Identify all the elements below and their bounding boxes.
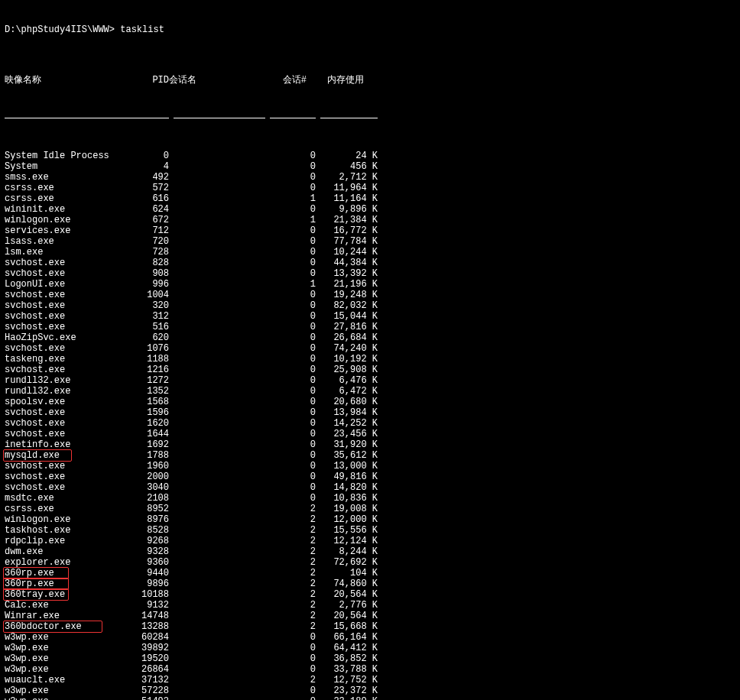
process-pid: 37132 bbox=[127, 675, 169, 685]
process-row: w3wp.exe57228023,372 K bbox=[5, 685, 735, 696]
process-mem: 20,564 K bbox=[316, 589, 378, 600]
process-name: svchost.exe bbox=[5, 300, 127, 311]
process-name: svchost.exe bbox=[5, 472, 127, 482]
process-mem: 2,712 K bbox=[316, 172, 378, 183]
process-row: winlogon.exe8976212,000 K bbox=[5, 514, 735, 525]
process-pid: 720 bbox=[127, 236, 169, 247]
process-sessnum: 0 bbox=[265, 290, 316, 300]
process-pid: 10188 bbox=[127, 589, 169, 600]
process-row: Winrar.exe14748220,564 K bbox=[5, 611, 735, 621]
header-name: 映像名称 bbox=[5, 75, 127, 86]
process-row: svchost.exe1216025,908 K bbox=[5, 365, 735, 375]
process-mem: 24 K bbox=[316, 151, 378, 161]
process-pid: 996 bbox=[127, 279, 169, 290]
process-name: w3wp.exe bbox=[5, 664, 127, 675]
process-pid: 828 bbox=[127, 258, 169, 268]
process-name: HaoZipSvc.exe bbox=[5, 332, 127, 343]
process-row: svchost.exe1076074,240 K bbox=[5, 343, 735, 354]
process-mem: 49,816 K bbox=[316, 472, 378, 482]
process-pid: 572 bbox=[127, 183, 169, 193]
process-pid: 57228 bbox=[127, 685, 169, 696]
process-pid: 4 bbox=[127, 161, 169, 172]
process-mem: 12,000 K bbox=[316, 514, 378, 525]
process-sessnum: 2 bbox=[265, 600, 316, 611]
process-name: svchost.exe bbox=[5, 429, 127, 439]
header-pid: PID bbox=[127, 75, 169, 86]
process-name: Calc.exe bbox=[5, 600, 127, 611]
process-row: svchost.exe516027,816 K bbox=[5, 322, 735, 332]
terminal-output[interactable]: D:\phpStudy4IIS\WWW> tasklist 映像名称PID 会话… bbox=[0, 0, 740, 700]
process-mem: 6,472 K bbox=[316, 386, 378, 397]
process-name: inetinfo.exe bbox=[5, 439, 127, 450]
process-mem: 15,044 K bbox=[316, 311, 378, 322]
process-pid: 9440 bbox=[127, 568, 169, 578]
process-mem: 11,164 K bbox=[316, 193, 378, 204]
command-prompt: D:\phpStudy4IIS\WWW> tasklist bbox=[5, 24, 735, 35]
process-mem: 36,852 K bbox=[316, 653, 378, 664]
process-list: System Idle Process0024 KSystem40456 Ksm… bbox=[5, 151, 735, 700]
process-sessnum: 0 bbox=[265, 632, 316, 643]
process-row: svchost.exe2000049,816 K bbox=[5, 472, 735, 482]
process-pid: 624 bbox=[127, 204, 169, 215]
process-pid: 1272 bbox=[127, 375, 169, 386]
process-name: svchost.exe bbox=[5, 290, 127, 300]
process-row: wuauclt.exe37132212,752 K bbox=[5, 675, 735, 685]
process-sessnum: 0 bbox=[265, 386, 316, 397]
process-name: rdpclip.exe bbox=[5, 536, 127, 546]
process-pid: 8952 bbox=[127, 504, 169, 514]
process-mem: 77,784 K bbox=[316, 236, 378, 247]
process-name: svchost.exe bbox=[5, 407, 127, 418]
process-sessnum: 0 bbox=[265, 482, 316, 493]
process-pid: 60284 bbox=[127, 632, 169, 643]
process-mem: 19,008 K bbox=[316, 504, 378, 514]
process-mem: 20,680 K bbox=[316, 397, 378, 407]
process-pid: 908 bbox=[127, 268, 169, 279]
process-row: csrss.exe8952219,008 K bbox=[5, 504, 735, 514]
process-sessnum: 0 bbox=[265, 151, 316, 161]
process-name: csrss.exe bbox=[5, 183, 127, 193]
process-pid: 9896 bbox=[127, 578, 169, 589]
process-mem: 14,252 K bbox=[316, 418, 378, 429]
process-row: w3wp.exe51492023,180 K bbox=[5, 696, 735, 700]
process-row: msdtc.exe2108010,836 K bbox=[5, 493, 735, 504]
process-pid: 1568 bbox=[127, 397, 169, 407]
process-row: lsass.exe720077,784 K bbox=[5, 236, 735, 247]
process-row: svchost.exe3040014,820 K bbox=[5, 482, 735, 493]
process-mem: 35,612 K bbox=[316, 450, 378, 461]
process-row: Calc.exe913222,776 K bbox=[5, 600, 735, 611]
process-pid: 312 bbox=[127, 311, 169, 322]
process-sessnum: 0 bbox=[265, 653, 316, 664]
process-sessnum: 0 bbox=[265, 472, 316, 482]
process-sessnum: 2 bbox=[265, 546, 316, 557]
process-mem: 10,836 K bbox=[316, 493, 378, 504]
process-sessnum: 0 bbox=[265, 300, 316, 311]
process-mem: 15,668 K bbox=[316, 621, 378, 632]
process-mem: 23,456 K bbox=[316, 429, 378, 439]
process-row: HaoZipSvc.exe620026,684 K bbox=[5, 332, 735, 343]
process-pid: 14748 bbox=[127, 611, 169, 621]
process-pid: 728 bbox=[127, 247, 169, 258]
process-mem: 27,816 K bbox=[316, 322, 378, 332]
process-mem: 23,180 K bbox=[316, 696, 378, 700]
process-sessnum: 0 bbox=[265, 664, 316, 675]
process-sessnum: 2 bbox=[265, 514, 316, 525]
process-sessnum: 0 bbox=[265, 461, 316, 472]
process-sessnum: 0 bbox=[265, 332, 316, 343]
process-mem: 19,248 K bbox=[316, 290, 378, 300]
process-sessnum: 0 bbox=[265, 247, 316, 258]
process-name: wuauclt.exe bbox=[5, 675, 127, 685]
process-row: winlogon.exe672121,384 K bbox=[5, 215, 735, 225]
process-name: spoolsv.exe bbox=[5, 397, 127, 407]
process-mem: 66,164 K bbox=[316, 632, 378, 643]
process-pid: 320 bbox=[127, 300, 169, 311]
process-sessnum: 2 bbox=[265, 589, 316, 600]
process-sessnum: 0 bbox=[265, 418, 316, 429]
process-pid: 1076 bbox=[127, 343, 169, 354]
process-mem: 13,984 K bbox=[316, 407, 378, 418]
process-mem: 33,788 K bbox=[316, 664, 378, 675]
process-sessnum: 0 bbox=[265, 407, 316, 418]
process-name: rundll32.exe bbox=[5, 386, 127, 397]
process-sessnum: 2 bbox=[265, 536, 316, 546]
process-row: svchost.exe828044,384 K bbox=[5, 258, 735, 268]
process-pid: 8976 bbox=[127, 514, 169, 525]
